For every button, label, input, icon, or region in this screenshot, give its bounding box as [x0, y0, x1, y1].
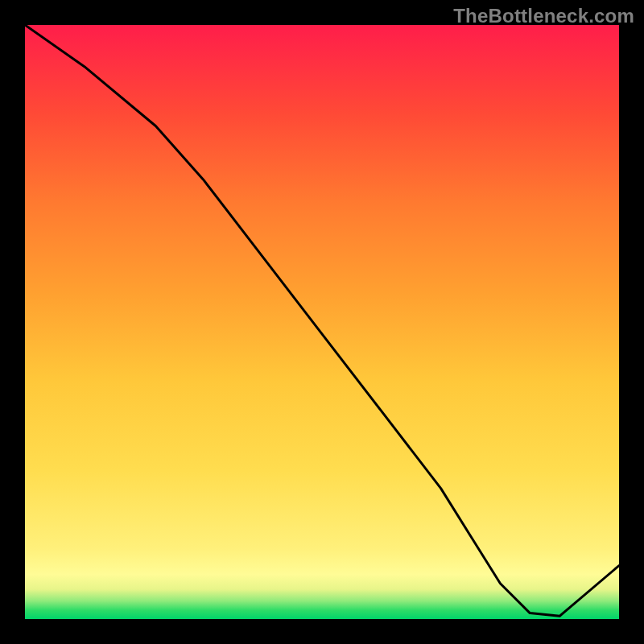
chart-curve [25, 25, 619, 619]
watermark-text: TheBottleneck.com [453, 5, 634, 27]
chart-frame: TheBottleneck.com [0, 0, 644, 644]
plot-area [25, 25, 619, 619]
